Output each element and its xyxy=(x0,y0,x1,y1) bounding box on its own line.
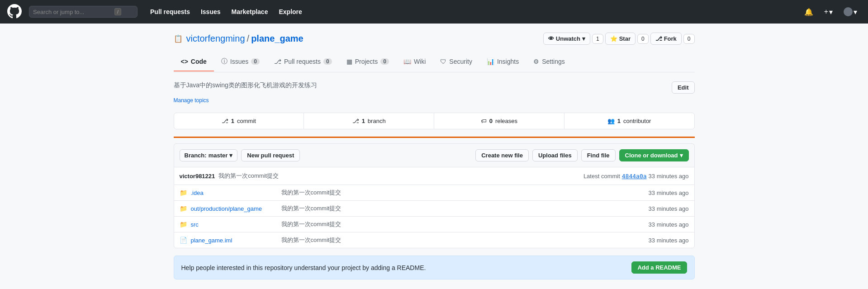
create-new-file-button[interactable]: Create new file xyxy=(475,149,529,161)
file-time: 33 minutes ago xyxy=(649,237,689,244)
file-link[interactable]: plane_game.iml xyxy=(191,237,281,244)
search-input[interactable] xyxy=(33,9,114,15)
github-logo[interactable] xyxy=(7,4,22,20)
commit-time: 33 minutes ago xyxy=(649,173,689,180)
path-slash: / xyxy=(247,33,250,44)
projects-icon: ▦ xyxy=(346,58,352,65)
file-link[interactable]: out/production/plane_game xyxy=(191,205,281,212)
nav-issues[interactable]: Issues xyxy=(195,5,226,19)
file-actions-row: Branch: master ▾ New pull request Create… xyxy=(174,143,695,167)
file-commit-msg: 我的第一次commit提交 xyxy=(281,236,649,244)
file-time: 33 minutes ago xyxy=(649,221,689,228)
stats-row: ⎇ 1 commit ⎇ 1 branch 🏷 0 releases 👥 1 c… xyxy=(174,113,695,129)
notifications-button[interactable]: 🔔 xyxy=(801,6,817,18)
contributors-icon: 👥 xyxy=(607,118,615,124)
caret-icon: ▾ xyxy=(829,8,833,16)
branch-icon: ⎇ xyxy=(352,118,359,124)
find-file-button[interactable]: Find file xyxy=(581,149,616,161)
repo-description-text: 基于Java中的swing类的图形化飞机游戏的开发练习 xyxy=(174,81,317,90)
folder-icon: 📁 xyxy=(180,189,187,196)
repo-icon: 📋 xyxy=(174,34,183,43)
wiki-icon: 📖 xyxy=(403,58,411,65)
tab-settings[interactable]: ⚙ Settings xyxy=(526,52,572,71)
commit-icon: ⎇ xyxy=(222,118,228,124)
repo-header: 📋 victorfengming / plane_game 👁 Unwatch … xyxy=(174,33,695,45)
file-time: 33 minutes ago xyxy=(649,205,689,212)
repo-owner-link[interactable]: victorfengming xyxy=(186,33,245,44)
stat-contributors[interactable]: 👥 1 contributor xyxy=(564,113,694,129)
commit-label: commit xyxy=(237,118,256,124)
add-readme-button[interactable]: Add a README xyxy=(631,261,687,274)
user-menu-button[interactable]: ▾ xyxy=(840,5,861,18)
tab-pull-requests[interactable]: ⎇ Pull requests 0 xyxy=(267,52,339,71)
releases-label: releases xyxy=(495,118,517,124)
commit-author: victor981221 xyxy=(180,173,215,180)
watch-button[interactable]: 👁 Unwatch ▾ xyxy=(543,33,590,45)
search-box[interactable]: / xyxy=(29,6,138,18)
watch-label: Unwatch xyxy=(556,35,580,42)
file-link[interactable]: src xyxy=(191,221,281,228)
clone-label: Clone or download xyxy=(625,152,678,159)
file-commit-msg: 我的第一次commit提交 xyxy=(281,220,649,228)
new-item-button[interactable]: + ▾ xyxy=(821,6,836,18)
tab-projects[interactable]: ▦ Projects 0 xyxy=(339,52,396,71)
branch-name: master xyxy=(209,152,228,159)
commit-count: 1 xyxy=(231,118,234,124)
table-row: 📁 .idea 我的第一次commit提交 33 minutes ago xyxy=(174,185,694,201)
commit-sha-link[interactable]: 4844a0a xyxy=(622,173,647,180)
tab-insights[interactable]: 📊 Insights xyxy=(479,52,526,71)
tag-icon: 🏷 xyxy=(481,118,487,124)
edit-description-button[interactable]: Edit xyxy=(672,81,695,94)
fork-icon: ⎇ xyxy=(655,35,662,42)
clone-caret-icon: ▾ xyxy=(680,152,683,159)
code-icon: <> xyxy=(181,58,188,65)
commit-meta: Latest commit 4844a0a 33 minutes ago xyxy=(583,173,689,180)
fork-count: 0 xyxy=(683,34,695,44)
contributors-label: contributor xyxy=(623,118,651,124)
branch-select-button[interactable]: Branch: master ▾ xyxy=(180,149,238,161)
repo-actions: 👁 Unwatch ▾ 1 ⭐ Star 0 ⎇ Fork 0 xyxy=(543,33,695,45)
nav-right: 🔔 + ▾ ▾ xyxy=(801,5,861,18)
repo-path: victorfengming / plane_game xyxy=(186,33,304,44)
nav-marketplace[interactable]: Marketplace xyxy=(226,5,274,19)
upload-files-button[interactable]: Upload files xyxy=(532,149,578,161)
repo-name-link[interactable]: plane_game xyxy=(251,33,304,44)
latest-commit-label: Latest commit xyxy=(583,173,620,180)
avatar xyxy=(844,7,853,16)
nav-pull-requests[interactable]: Pull requests xyxy=(145,5,195,19)
watch-caret-icon: ▾ xyxy=(582,35,585,42)
star-count: 0 xyxy=(637,34,649,44)
stat-releases[interactable]: 🏷 0 releases xyxy=(434,113,564,129)
tab-code[interactable]: <> Code xyxy=(174,52,214,71)
insights-icon: 📊 xyxy=(487,58,494,65)
new-pull-request-button[interactable]: New pull request xyxy=(241,149,300,161)
tab-issues[interactable]: ⓘ Issues 0 xyxy=(214,52,267,72)
nav-explore[interactable]: Explore xyxy=(273,5,307,19)
table-row: 📁 out/production/plane_game 我的第一次commit提… xyxy=(174,201,694,217)
commit-message: 我的第一次commit提交 xyxy=(218,172,279,180)
issues-icon: ⓘ xyxy=(221,57,228,66)
nav-links: Pull requests Issues Marketplace Explore xyxy=(145,5,308,19)
language-bar xyxy=(174,137,695,138)
bell-icon: 🔔 xyxy=(804,8,813,16)
tab-wiki[interactable]: 📖 Wiki xyxy=(396,52,433,71)
file-commit-msg: 我的第一次commit提交 xyxy=(281,204,649,213)
user-caret-icon: ▾ xyxy=(854,8,857,16)
issues-badge: 0 xyxy=(251,58,260,65)
tab-security[interactable]: 🛡 Security xyxy=(433,52,479,71)
security-icon: 🛡 xyxy=(440,58,446,65)
stat-commits[interactable]: ⎇ 1 commit xyxy=(174,113,304,129)
manage-topics-link[interactable]: Manage topics xyxy=(174,97,695,104)
eye-icon: 👁 xyxy=(548,35,554,42)
commit-row: victor981221 我的第一次commit提交 Latest commit… xyxy=(174,167,695,185)
folder-icon: 📁 xyxy=(180,205,187,212)
branch-count: 1 xyxy=(362,118,365,124)
stat-branches[interactable]: ⎇ 1 branch xyxy=(304,113,434,129)
fork-button[interactable]: ⎇ Fork xyxy=(650,33,682,45)
settings-icon: ⚙ xyxy=(533,58,539,65)
clone-or-download-button[interactable]: Clone or download ▾ xyxy=(619,149,689,161)
star-button[interactable]: ⭐ Star xyxy=(605,33,636,45)
search-kbd: / xyxy=(114,8,121,15)
file-link[interactable]: .idea xyxy=(191,190,281,196)
repo-description: 基于Java中的swing类的图形化飞机游戏的开发练习 Edit xyxy=(174,81,695,94)
